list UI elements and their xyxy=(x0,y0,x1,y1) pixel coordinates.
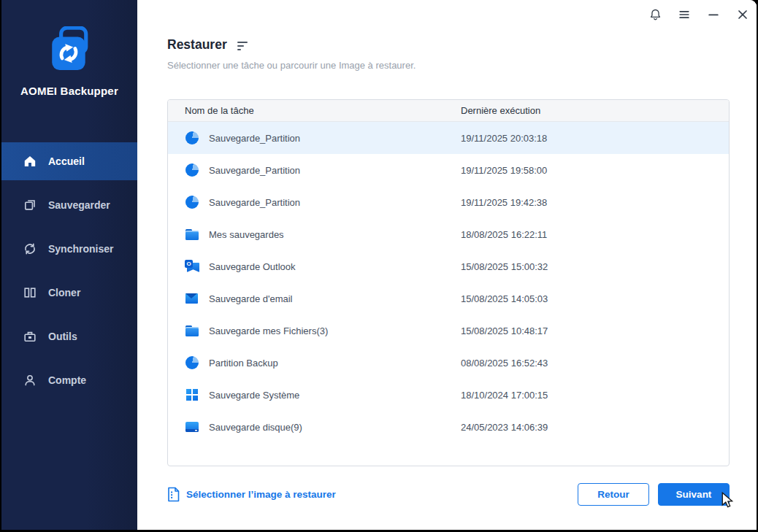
task-name-cell: Sauvegarde Outlook xyxy=(168,259,461,274)
task-icon xyxy=(185,323,199,338)
sidebar-item-outils[interactable]: Outils xyxy=(1,317,137,355)
table-row[interactable]: Sauvegarde mes Fichiers(3) 15/08/2025 10… xyxy=(168,315,729,347)
task-name: Partition Backup xyxy=(209,358,278,369)
minimize-icon[interactable] xyxy=(705,6,722,23)
task-icon xyxy=(185,163,199,177)
task-name-cell: Sauvegarde Système xyxy=(168,388,461,402)
close-icon[interactable] xyxy=(734,6,751,23)
task-name-cell: Sauvegarde_Partition xyxy=(168,163,461,177)
brand-block: AOMEI Backupper xyxy=(1,0,137,97)
table-row[interactable]: Sauvegarde Système 18/10/2024 17:00:15 xyxy=(168,379,729,411)
next-button[interactable]: Suivant xyxy=(658,483,730,506)
task-last-run: 15/08/2025 10:48:17 xyxy=(461,325,729,336)
task-name: Sauvegarde Outlook xyxy=(209,261,296,272)
task-last-run: 18/08/2025 16:22:11 xyxy=(461,229,729,240)
footer-bar: Sélectionner l’image à restaurer Retour … xyxy=(167,482,730,506)
sidebar-item-label: Cloner xyxy=(48,287,80,298)
task-name-cell: Sauvegarde_Partition xyxy=(168,195,461,209)
task-last-run: 15/08/2025 14:05:03 xyxy=(461,293,729,304)
task-icon xyxy=(185,420,199,434)
sidebar-item-label: Synchroniser xyxy=(48,243,113,255)
task-icon xyxy=(185,355,199,370)
task-last-run: 19/11/2025 19:42:38 xyxy=(461,197,729,208)
aomei-logo-icon xyxy=(46,26,93,72)
page-header: Restaurer Sélectionner une tâche ou parc… xyxy=(167,37,416,71)
task-name: Sauvegarde Système xyxy=(209,390,299,401)
task-name-cell: Sauvegarde mes Fichiers(3) xyxy=(168,323,461,338)
brand-name: AOMEI Backupper xyxy=(1,85,137,97)
titlebar-controls xyxy=(646,6,751,23)
sidebar: AOMEI Backupper Accueil Sauvegarder xyxy=(1,0,137,530)
sidebar-item-label: Sauvegarder xyxy=(48,199,110,211)
backup-copy-icon xyxy=(23,198,37,212)
task-name: Sauvegarde_Partition xyxy=(209,133,300,144)
task-name-cell: Partition Backup xyxy=(168,355,461,370)
task-table: Nom de la tâche Dernière exécution Sauve… xyxy=(167,99,730,466)
filter-icon[interactable] xyxy=(237,40,248,50)
sidebar-item-label: Accueil xyxy=(48,155,85,167)
table-row[interactable]: Sauvegarde disque(9) 24/05/2023 14:06:39 xyxy=(168,411,729,443)
user-icon xyxy=(23,374,37,387)
task-icon xyxy=(185,227,199,242)
select-image-label: Sélectionner l’image à restaurer xyxy=(186,489,336,500)
sidebar-nav: Accueil Sauvegarder Synchroniser xyxy=(1,142,137,405)
table-row[interactable]: Sauvegarde Outlook 15/08/2025 15:00:32 xyxy=(168,250,729,282)
task-icon xyxy=(185,259,199,274)
task-name-cell: Sauvegarde d'email xyxy=(168,291,461,306)
task-last-run: 18/10/2024 17:00:15 xyxy=(461,390,729,401)
clone-panels-icon xyxy=(23,286,37,299)
column-header-last-run: Dernière exécution xyxy=(461,105,729,116)
task-name-cell: Sauvegarde_Partition xyxy=(168,131,461,145)
task-icon xyxy=(185,195,199,209)
table-header: Nom de la tâche Dernière exécution xyxy=(168,100,729,122)
table-row[interactable]: Sauvegarde_Partition 19/11/2025 19:58:00 xyxy=(168,154,729,186)
task-name-cell: Mes sauvegardes xyxy=(168,227,461,242)
app-window: AOMEI Backupper Accueil Sauvegarder xyxy=(1,0,757,530)
task-name: Sauvegarde d'email xyxy=(209,293,293,304)
task-last-run: 19/11/2025 20:03:18 xyxy=(461,133,729,144)
task-last-run: 15/08/2025 15:00:32 xyxy=(461,261,729,272)
sidebar-item-cloner[interactable]: Cloner xyxy=(1,274,137,312)
toolbox-icon xyxy=(23,330,37,343)
sync-arrows-icon xyxy=(23,242,37,255)
page-subtitle: Sélectionner une tâche ou parcourir une … xyxy=(167,60,416,71)
home-icon xyxy=(23,155,37,168)
table-row[interactable]: Sauvegarde_Partition 19/11/2025 19:42:38 xyxy=(168,186,729,218)
sidebar-item-accueil[interactable]: Accueil xyxy=(1,142,137,180)
table-row[interactable]: Sauvegarde_Partition 19/11/2025 20:03:18 xyxy=(168,122,729,154)
task-name: Sauvegarde_Partition xyxy=(209,165,300,176)
task-icon xyxy=(185,291,199,306)
column-header-name: Nom de la tâche xyxy=(168,105,461,116)
sidebar-item-sauvegarder[interactable]: Sauvegarder xyxy=(1,186,137,224)
table-body: Sauvegarde_Partition 19/11/2025 20:03:18… xyxy=(168,122,729,443)
table-row[interactable]: Sauvegarde d'email 15/08/2025 14:05:03 xyxy=(168,282,729,315)
sidebar-item-synchroniser[interactable]: Synchroniser xyxy=(1,230,137,268)
task-last-run: 24/05/2023 14:06:39 xyxy=(461,422,729,433)
task-name: Sauvegarde_Partition xyxy=(209,197,300,208)
back-button[interactable]: Retour xyxy=(578,483,649,506)
task-name: Sauvegarde disque(9) xyxy=(209,422,302,433)
task-last-run: 19/11/2025 19:58:00 xyxy=(461,165,729,176)
notifications-bell-icon[interactable] xyxy=(646,6,664,23)
sidebar-item-compte[interactable]: Compte xyxy=(1,361,137,399)
task-name: Sauvegarde mes Fichiers(3) xyxy=(209,325,328,336)
image-file-icon xyxy=(167,487,180,502)
menu-icon[interactable] xyxy=(675,6,693,23)
page-title: Restaurer xyxy=(167,37,227,53)
sidebar-item-label: Outils xyxy=(48,331,77,342)
task-name: Mes sauvegardes xyxy=(209,229,284,240)
task-name-cell: Sauvegarde disque(9) xyxy=(168,420,461,434)
task-icon xyxy=(185,131,199,145)
table-row[interactable]: Partition Backup 08/08/2025 16:52:43 xyxy=(168,347,729,379)
select-image-link[interactable]: Sélectionner l’image à restaurer xyxy=(167,487,336,502)
sidebar-item-label: Compte xyxy=(48,374,86,386)
task-icon xyxy=(185,388,199,402)
main-panel: Restaurer Sélectionner une tâche ou parc… xyxy=(137,0,757,530)
task-last-run: 08/08/2025 16:52:43 xyxy=(461,358,729,369)
table-row[interactable]: Mes sauvegardes 18/08/2025 16:22:11 xyxy=(168,218,729,250)
